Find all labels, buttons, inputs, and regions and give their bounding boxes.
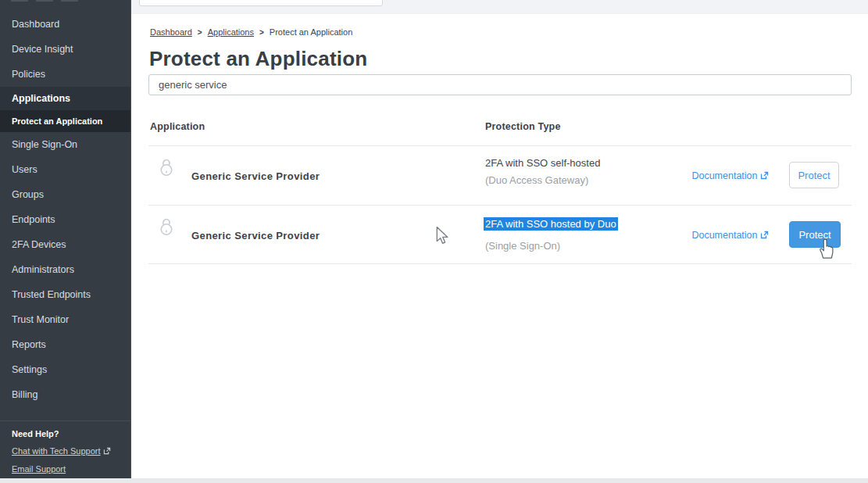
application-name: Generic Service Provider (191, 170, 320, 181)
breadcrumb-current: Protect an Application (270, 27, 352, 37)
top-header-bar (131, 0, 868, 14)
sidebar-nav: Dashboard Device Insight Policies Applic… (0, 0, 130, 407)
breadcrumb-separator: > (198, 28, 202, 37)
external-link-icon (760, 231, 769, 239)
sidebar-item-applications[interactable]: Applications (0, 87, 130, 110)
protection-type-cell: 2FA with SSO hosted by Duo (Single Sign-… (485, 216, 618, 252)
sidebar-item-2fa-devices[interactable]: 2FA Devices (0, 232, 130, 257)
need-help-label: Need Help? (12, 429, 119, 438)
main-content: Dashboard>Applications>Protect an Applic… (131, 0, 868, 478)
protection-subtype-text: (Duo Access Gateway) (485, 174, 600, 186)
column-header-protection-type: Protection Type (485, 121, 561, 132)
sidebar-item-trust-monitor[interactable]: Trust Monitor (0, 307, 130, 332)
protection-type-cell: 2FA with SSO self-hosted (Duo Access Gat… (485, 157, 600, 186)
sidebar-item-trusted-endpoints[interactable]: Trusted Endpoints (0, 282, 130, 307)
sidebar-item-groups[interactable]: Groups (0, 182, 130, 207)
protect-button[interactable]: Protect (789, 162, 839, 188)
duo-logo-remnant (11, 0, 78, 2)
sidebar: Dashboard Device Insight Policies Applic… (0, 0, 131, 478)
protection-subtype-text: (Single Sign-On) (485, 240, 618, 252)
help-section: Need Help? Chat with Tech Support Email … (0, 421, 130, 483)
sidebar-item-protect-an-application[interactable]: Protect an Application (0, 110, 130, 132)
sidebar-item-policies[interactable]: Policies (0, 62, 130, 87)
page-title: Protect an Application (149, 47, 367, 71)
column-header-application: Application (150, 121, 205, 132)
protection-type-text: 2FA with SSO self-hosted (485, 157, 600, 169)
breadcrumb-dashboard-link[interactable]: Dashboard (150, 27, 192, 37)
sidebar-item-billing[interactable]: Billing (0, 382, 130, 407)
global-search-box-partial[interactable] (139, 0, 383, 6)
breadcrumb-separator: > (259, 28, 264, 37)
sidebar-item-settings[interactable]: Settings (0, 357, 130, 382)
sidebar-item-users[interactable]: Users (0, 157, 130, 182)
unlocked-padlock-icon (159, 156, 174, 181)
table-row: Generic Service Provider 2FA with SSO ho… (131, 206, 868, 264)
email-support-link[interactable]: Email Support (12, 464, 66, 474)
sidebar-item-device-insight[interactable]: Device Insight (0, 37, 130, 62)
sidebar-item-reports[interactable]: Reports (0, 332, 130, 357)
application-search-input[interactable] (148, 74, 852, 95)
sidebar-item-dashboard[interactable]: Dashboard (0, 12, 130, 37)
protection-type-text-selected: 2FA with SSO hosted by Duo (484, 217, 618, 231)
external-link-icon (760, 171, 769, 180)
breadcrumb: Dashboard>Applications>Protect an Applic… (150, 27, 352, 37)
table-divider (148, 263, 852, 264)
documentation-link[interactable]: Documentation (691, 170, 769, 181)
documentation-link[interactable]: Documentation (691, 230, 769, 241)
breadcrumb-applications-link[interactable]: Applications (208, 27, 254, 37)
viewport-bottom-strip (0, 478, 868, 483)
sidebar-item-endpoints[interactable]: Endpoints (0, 207, 130, 232)
sidebar-item-single-sign-on[interactable]: Single Sign-On (0, 132, 130, 157)
external-link-icon (103, 446, 111, 456)
application-name: Generic Service Provider (191, 229, 320, 241)
sidebar-item-administrators[interactable]: Administrators (0, 257, 130, 282)
chat-tech-support-link[interactable]: Chat with Tech Support (12, 446, 101, 456)
unlocked-padlock-icon (159, 216, 174, 240)
protect-button-highlighted[interactable]: Protect (789, 221, 841, 248)
table-row: Generic Service Provider 2FA with SSO se… (131, 146, 868, 205)
